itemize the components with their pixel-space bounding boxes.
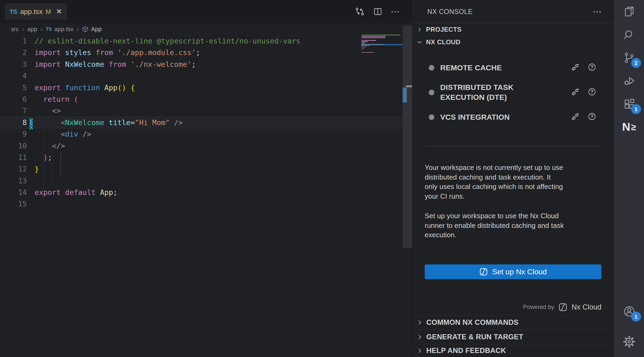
setup-button-label: Set up Nx Cloud [492,268,547,276]
open-changes-icon[interactable] [355,6,365,17]
code-text: </> [27,140,65,152]
code-line-6[interactable]: 6 return ( [0,93,412,105]
source-control-icon[interactable]: 2 [614,46,644,69]
connect-plug-icon[interactable] [571,112,580,122]
feature-dte: DISTRIBUTED TASK EXECUTION (DTE) ? [429,82,597,102]
breadcrumb-symbol[interactable]: App [91,26,102,33]
breadcrumb-file[interactable]: app.tsx [54,26,73,33]
feature-vcs-integration: VCS INTEGRATION ? [429,109,597,125]
code-line-1[interactable]: 1// eslint-disable-next-line @typescript… [0,35,412,47]
split-editor-icon[interactable] [373,7,383,16]
feature-label: DISTRIBUTED TASK EXECUTION (DTE) [440,82,533,102]
indent-guide [52,141,52,188]
feature-remote-cache: REMOTE CACHE ? [429,59,597,76]
breadcrumb: src › app › TS app.tsx › App [0,23,412,35]
feature-label: REMOTE CACHE [440,63,502,73]
minimap-line [361,36,386,37]
settings-gear-icon[interactable] [614,330,644,353]
code-line-13[interactable]: 13 [0,175,412,187]
editor-scrollbar[interactable] [403,26,412,248]
badge: 2 [631,58,641,68]
close-icon[interactable]: ✕ [56,8,62,15]
line-number: 2 [0,47,27,58]
section-projects[interactable]: PROJECTS [412,23,614,36]
bullet-icon [429,65,434,71]
symbol-cube-icon [82,26,88,32]
line-number: 10 [0,140,27,152]
code-line-11[interactable]: 11 ); [0,152,412,163]
run-debug-icon[interactable] [614,69,644,92]
editor-actions: ⋯ [355,0,412,23]
code-line-12[interactable]: 12} [0,163,412,175]
code-line-14[interactable]: 14export default App; [0,187,412,198]
indent-guide [43,130,43,200]
accounts-icon[interactable]: 1 [614,300,644,323]
nx-cloud-icon [558,303,567,312]
code-line-8[interactable]: 8 <NxWelcome title="Hi Mom" /> [0,117,412,128]
line-number: 8 [0,117,27,128]
indent-guide-active [61,153,61,177]
nx-console-panel: NX CONSOLE ⋯ PROJECTS NX CLOUD REMOTE CA… [412,0,614,357]
code-area[interactable]: 1// eslint-disable-next-line @typescript… [0,35,412,210]
help-question-icon[interactable]: ? [587,87,597,97]
panel-header: NX CONSOLE ⋯ [412,0,614,23]
chevron-right-icon [417,348,423,354]
line-number: 4 [0,70,27,82]
minimap-line [361,37,385,38]
code-text [27,198,35,210]
breadcrumb-app[interactable]: app [27,26,37,33]
panel-more-actions-icon[interactable]: ⋯ [593,7,602,16]
scrollbar-slider[interactable] [406,85,412,87]
code-text: ); [27,152,52,163]
chevron-down-icon [417,39,423,45]
section-label: HELP AND FEEDBACK [426,347,506,355]
code-line-3[interactable]: 3import NxWelcome from './nx-welcome'; [0,59,412,70]
code-line-2[interactable]: 2import styles from './app.module.css'; [0,47,412,58]
code-line-7[interactable]: 7 <> [0,105,412,116]
line-number: 13 [0,175,27,187]
more-actions-icon[interactable]: ⋯ [391,7,400,16]
feature-actions: ? [571,87,597,98]
editor-group: TS app.tsx M ✕ ⋯ [0,0,412,357]
minimap-line [361,52,374,53]
minimap-line [361,35,401,35]
code-line-15[interactable]: 15 [0,198,412,210]
tab-app-tsx[interactable]: TS app.tsx M ✕ [5,3,67,20]
code-line-5[interactable]: 5export function App() { [0,82,412,93]
section-help-and-feedback[interactable]: HELP AND FEEDBACK [412,344,614,357]
connect-plug-icon[interactable] [571,87,580,98]
code-text: return ( [27,93,78,105]
git-modified-gutter-marker [29,118,33,129]
setup-nx-cloud-button[interactable]: Set up Nx Cloud [425,264,601,279]
search-icon[interactable] [614,23,644,46]
extensions-icon[interactable]: 1 [614,92,644,115]
line-number: 11 [0,152,27,163]
help-question-icon[interactable]: ? [587,63,597,73]
section-generate-run-target[interactable]: GENERATE & RUN TARGET [412,330,614,344]
code-text: } [27,163,39,175]
svg-text:?: ? [591,64,594,70]
badge: 1 [631,104,641,114]
line-number: 15 [0,198,27,210]
code-text: export default App; [27,187,117,198]
code-line-4[interactable]: 4 [0,70,412,82]
chevron-right-icon [417,319,423,326]
explorer-icon[interactable] [614,0,644,23]
nx-logo-geq: ≥ [631,122,636,132]
feature-actions: ? [571,62,597,73]
line-number: 7 [0,105,27,116]
code-line-9[interactable]: 9 <div /> [0,128,412,140]
svg-text:?: ? [591,114,594,119]
nx-console-icon[interactable]: N ≥ [614,115,644,139]
minimap[interactable] [361,35,402,56]
connect-plug-icon[interactable] [571,62,580,73]
feature-actions: ? [571,112,597,122]
section-nx-cloud[interactable]: NX CLOUD [412,36,614,48]
breadcrumb-src[interactable]: src [11,26,19,33]
section-common-nx-commands[interactable]: COMMON NX COMMANDS [412,315,614,330]
line-number: 3 [0,59,27,70]
code-line-10[interactable]: 10 </> [0,140,412,152]
line-number: 1 [0,35,27,47]
help-question-icon[interactable]: ? [587,112,597,122]
code-text: export function App() { [27,82,135,93]
